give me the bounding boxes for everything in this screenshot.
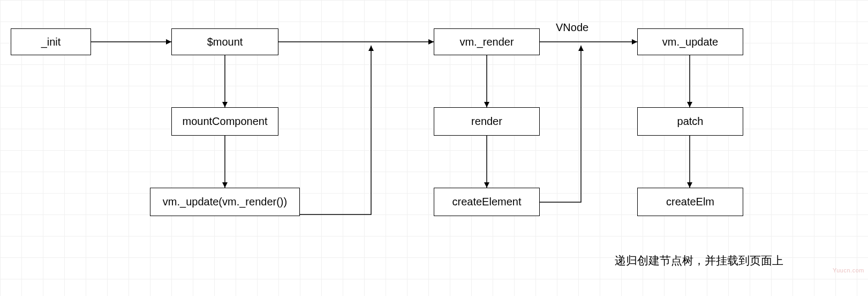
node-patch: patch <box>637 107 743 136</box>
node-vm-update-label: vm._update <box>662 36 719 48</box>
node-mount-label: $mount <box>207 36 243 48</box>
node-update-render-call: vm._update(vm._render()) <box>150 188 300 216</box>
node-vm-render-label: vm._render <box>459 36 514 48</box>
node-init-label: _init <box>41 36 61 48</box>
node-update-render-call-label: vm._update(vm._render()) <box>163 196 287 208</box>
node-render: render <box>434 107 540 136</box>
node-patch-label: patch <box>677 115 704 128</box>
node-create-element: createElement <box>434 188 540 216</box>
node-mount-component: mountComponent <box>171 107 278 136</box>
node-mount: $mount <box>171 28 278 55</box>
node-vm-update: vm._update <box>637 28 743 55</box>
node-mount-component-label: mountComponent <box>183 115 268 128</box>
node-create-element-label: createElement <box>452 196 522 208</box>
node-vm-render: vm._render <box>434 28 540 55</box>
node-init: _init <box>11 28 91 55</box>
edge-label-vnode: VNode <box>556 21 588 34</box>
note-bottom: 递归创建节点树，并挂载到页面上 <box>615 253 783 268</box>
node-create-elm-label: createElm <box>666 196 714 208</box>
node-render-label: render <box>471 115 502 128</box>
node-create-elm: createElm <box>637 188 743 216</box>
watermark: Yuucn.com <box>833 267 864 273</box>
